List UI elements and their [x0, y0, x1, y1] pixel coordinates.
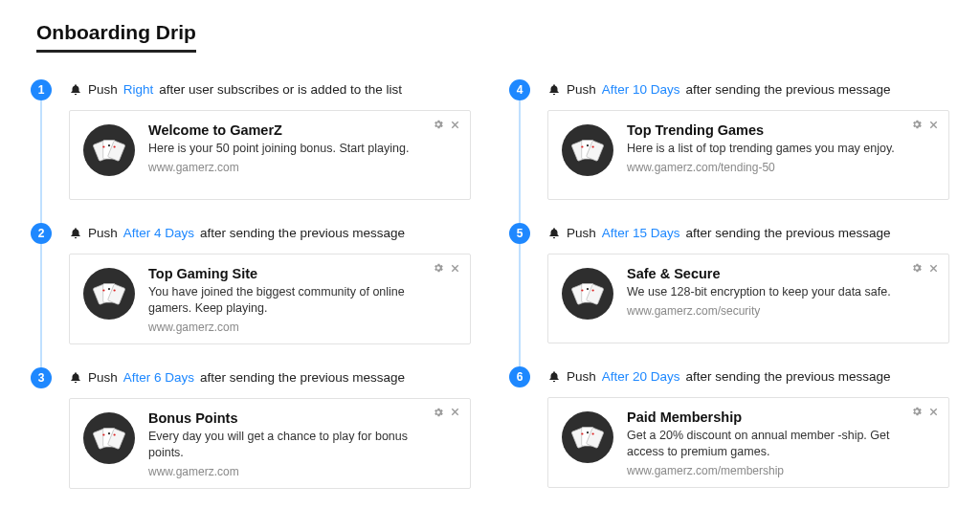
drip-step: 6Push After 20 Days after sending the pr… — [509, 366, 949, 488]
step-suffix: after sending the previous message — [686, 223, 891, 244]
step-header: Push After 20 Days after sending the pre… — [547, 366, 949, 387]
card-body: Paid MembershipGet a 20% discount on ann… — [627, 409, 935, 477]
card-body: Safe & SecureWe use 128-bit encryption t… — [627, 266, 935, 333]
bell-icon — [547, 227, 561, 240]
svg-point-33 — [581, 432, 583, 434]
card-url: www.gamerz.com/membership — [627, 464, 906, 477]
step-timing: After 6 Days — [123, 367, 194, 388]
close-icon[interactable] — [450, 263, 460, 274]
drip-columns: 1Push Right after user subscribes or is … — [31, 79, 949, 489]
avatar — [83, 268, 135, 320]
step-number-badge: 3 — [31, 367, 52, 388]
column-left: 1Push Right after user subscribes or is … — [31, 79, 471, 489]
push-label: Push — [88, 367, 118, 388]
column-right: 4Push After 10 Days after sending the pr… — [509, 79, 949, 489]
notification-card[interactable]: Safe & SecureWe use 128-bit encryption t… — [547, 254, 949, 343]
step-header: Push After 10 Days after sending the pre… — [547, 79, 949, 100]
close-icon[interactable] — [928, 120, 939, 130]
step-number-badge: 2 — [31, 223, 52, 244]
step-suffix: after sending the previous message — [200, 223, 405, 244]
card-url: www.gamerz.com — [148, 161, 428, 174]
svg-point-10 — [113, 289, 115, 291]
step-number-badge: 4 — [509, 79, 530, 100]
gear-icon[interactable] — [433, 119, 444, 130]
bell-icon — [69, 371, 82, 385]
svg-point-11 — [108, 288, 110, 290]
avatar — [562, 268, 613, 320]
timeline-line — [519, 100, 521, 223]
svg-point-3 — [102, 145, 104, 147]
card-body: Welcome to GamerZHere is your 50 point j… — [148, 122, 457, 189]
drip-step: 5Push After 15 Days after sending the pr… — [509, 223, 949, 343]
step-timing: After 10 Days — [602, 79, 680, 100]
gear-icon[interactable] — [433, 407, 444, 418]
close-icon[interactable] — [450, 120, 460, 130]
avatar-cards-icon — [89, 274, 129, 314]
step-header: Push After 4 Days after sending the prev… — [69, 223, 471, 244]
card-description: Here is your 50 point joining bonus. Sta… — [148, 141, 428, 157]
push-label: Push — [88, 223, 118, 244]
close-icon[interactable] — [928, 263, 939, 274]
step-timing: After 15 Days — [602, 223, 680, 244]
drip-step: 3Push After 6 Days after sending the pre… — [31, 367, 471, 489]
avatar — [83, 124, 135, 176]
svg-point-29 — [587, 288, 589, 290]
card-title: Safe & Secure — [627, 266, 906, 281]
gear-icon[interactable] — [911, 406, 923, 417]
bell-icon — [547, 370, 561, 384]
svg-point-35 — [587, 431, 589, 433]
notification-card[interactable]: Bonus PointsEvery day you will get a cha… — [69, 398, 471, 489]
card-body: Top Gaming SiteYou have joined the bigge… — [148, 266, 457, 334]
avatar-cards-icon — [89, 130, 129, 170]
card-body: Bonus PointsEvery day you will get a cha… — [148, 410, 457, 478]
svg-point-17 — [108, 432, 110, 434]
svg-point-21 — [581, 145, 583, 147]
avatar-cards-icon — [568, 274, 608, 314]
step-number-badge: 5 — [509, 223, 530, 244]
close-icon[interactable] — [450, 407, 460, 417]
notification-card[interactable]: Top Gaming SiteYou have joined the bigge… — [69, 254, 471, 344]
avatar — [562, 411, 613, 463]
card-title: Welcome to GamerZ — [148, 122, 428, 138]
svg-point-27 — [581, 289, 583, 291]
avatar-cards-icon — [568, 130, 608, 170]
step-header: Push After 6 Days after sending the prev… — [69, 367, 471, 388]
card-title: Bonus Points — [148, 410, 428, 426]
avatar — [562, 124, 613, 176]
avatar — [83, 412, 135, 464]
gear-icon[interactable] — [911, 119, 923, 130]
bell-icon — [69, 227, 82, 240]
svg-point-4 — [113, 145, 115, 147]
svg-point-28 — [591, 289, 593, 291]
bell-icon — [547, 83, 561, 97]
timeline-line — [40, 100, 42, 223]
step-header: Push After 15 Days after sending the pre… — [547, 223, 949, 244]
notification-card[interactable]: Top Trending GamesHere is a list of top … — [547, 110, 949, 200]
card-description: Here is a list of top trending games you… — [627, 141, 906, 157]
svg-point-22 — [591, 145, 593, 147]
drip-step: 1Push Right after user subscribes or is … — [31, 79, 471, 200]
gear-icon[interactable] — [433, 262, 444, 274]
push-label: Push — [567, 366, 596, 387]
push-label: Push — [567, 79, 596, 100]
step-suffix: after sending the previous message — [200, 367, 405, 388]
drip-step: 2Push After 4 Days after sending the pre… — [31, 223, 471, 344]
notification-card[interactable]: Welcome to GamerZHere is your 50 point j… — [69, 110, 471, 200]
svg-point-16 — [113, 433, 115, 435]
card-url: www.gamerz.com/security — [627, 304, 906, 318]
page-title: Onboarding Drip — [36, 21, 196, 53]
step-header: Push Right after user subscribes or is a… — [69, 79, 471, 100]
gear-icon[interactable] — [911, 262, 923, 274]
avatar-cards-icon — [568, 417, 608, 457]
card-body: Top Trending GamesHere is a list of top … — [627, 122, 935, 189]
timeline-line — [519, 244, 521, 366]
step-number-badge: 1 — [31, 79, 52, 100]
close-icon[interactable] — [928, 407, 939, 417]
card-description: You have joined the biggest community of… — [148, 284, 428, 317]
step-suffix: after sending the previous message — [686, 79, 891, 100]
push-label: Push — [88, 79, 118, 100]
notification-card[interactable]: Paid MembershipGet a 20% discount on ann… — [547, 397, 949, 488]
step-suffix: after user subscribes or is added to the… — [159, 79, 402, 100]
card-title: Paid Membership — [627, 409, 906, 425]
svg-point-15 — [102, 433, 104, 435]
